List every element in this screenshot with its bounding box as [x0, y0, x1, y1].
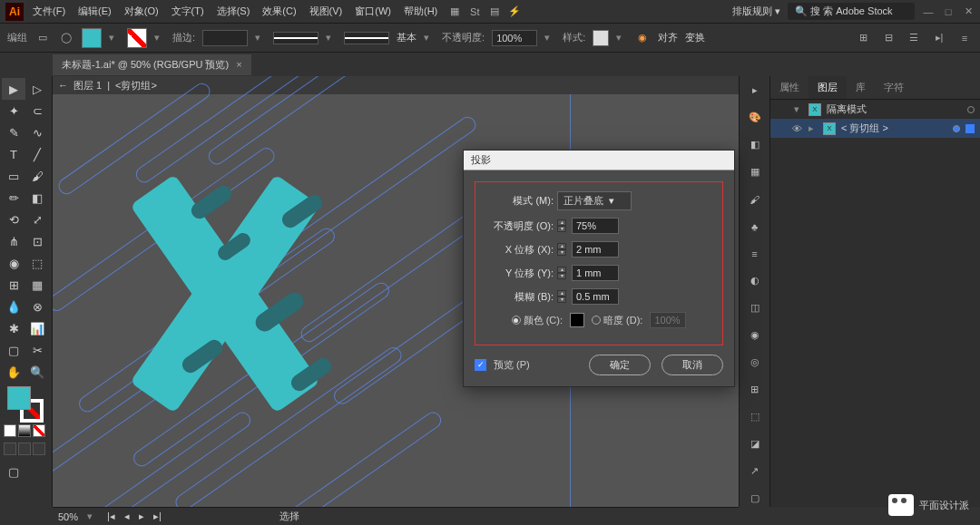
pen-tool[interactable]: ✎: [2, 122, 25, 143]
hand-tool[interactable]: ✋: [2, 361, 25, 383]
symbol-sprayer-tool[interactable]: ✱: [2, 317, 25, 339]
nav-next-icon[interactable]: ▸: [139, 510, 144, 522]
artwork[interactable]: [80, 76, 479, 475]
free-transform-tool[interactable]: ⊡: [25, 230, 49, 252]
stroke-swatch[interactable]: [127, 28, 147, 48]
menu-text[interactable]: 文字(T): [166, 2, 210, 21]
color-mode-gradient[interactable]: [18, 424, 31, 437]
menu-view[interactable]: 视图(V): [304, 2, 348, 21]
layer-row-clipgroup[interactable]: 👁 ▸ X < 剪切组 >: [770, 119, 980, 138]
eraser-tool[interactable]: ◧: [25, 187, 49, 209]
type-tool[interactable]: T: [2, 143, 25, 165]
blur-spinner[interactable]: ▴▾: [557, 290, 566, 303]
menu-window[interactable]: 窗口(W): [349, 2, 397, 21]
menu-file[interactable]: 文件(F): [27, 2, 71, 21]
fill-color[interactable]: [7, 386, 31, 410]
asset-export-icon[interactable]: ↗: [746, 462, 764, 480]
gradient-tool[interactable]: ▦: [25, 274, 49, 296]
selection-tool[interactable]: ▶: [2, 78, 25, 100]
tab-close-button[interactable]: ×: [236, 59, 241, 70]
pathfinder-panel-icon[interactable]: ◪: [746, 434, 764, 452]
nav-last-icon[interactable]: ▸|: [153, 510, 162, 522]
mode-select[interactable]: 正片叠底 ▾: [557, 191, 632, 210]
color-guide-icon[interactable]: ◧: [746, 136, 764, 154]
nav-first-icon[interactable]: |◂: [107, 510, 115, 522]
symbols-panel-icon[interactable]: ♣: [746, 218, 764, 236]
layer-name[interactable]: 隔离模式: [827, 102, 962, 116]
artboards-panel-icon[interactable]: ▢: [746, 489, 764, 507]
maximize-button[interactable]: □: [942, 5, 955, 18]
menu-object[interactable]: 对象(O): [119, 2, 164, 21]
zoom-tool[interactable]: 🔍: [25, 361, 49, 383]
menu-effect[interactable]: 效果(C): [257, 2, 301, 21]
menu-select[interactable]: 选择(S): [211, 2, 256, 21]
preview-checkbox[interactable]: ✓: [475, 359, 486, 371]
shadow-color-swatch[interactable]: [570, 313, 584, 327]
isolate-icon[interactable]: ⊞: [855, 30, 871, 46]
appearance-panel-icon[interactable]: ◉: [746, 326, 764, 344]
swatches-panel-icon[interactable]: ▦: [746, 163, 764, 181]
menu-edit[interactable]: 编辑(E): [73, 2, 117, 21]
close-button[interactable]: ✕: [962, 5, 975, 18]
direct-selection-tool[interactable]: ▷: [25, 78, 49, 100]
color-mode-none[interactable]: [33, 424, 45, 437]
draw-behind[interactable]: [18, 442, 31, 455]
rect-select-icon[interactable]: ▭: [34, 30, 51, 46]
artboard-tool[interactable]: ▢: [2, 339, 25, 361]
bridge-icon[interactable]: ▦: [446, 4, 463, 20]
stock-search[interactable]: 🔍 搜 索 Adobe Stock: [788, 3, 915, 20]
transform-label[interactable]: 变换: [685, 31, 705, 44]
gradient-panel-icon[interactable]: ◐: [746, 272, 764, 290]
layer-name[interactable]: < 剪切组 >: [841, 122, 947, 135]
recolor-icon[interactable]: ◉: [634, 30, 651, 46]
draw-normal[interactable]: [4, 442, 16, 455]
xoffset-spinner[interactable]: ▴▾: [557, 243, 566, 256]
layer-row-isolate[interactable]: ▾ X 隔离模式: [770, 100, 980, 119]
dialog-title[interactable]: 投影: [464, 151, 734, 170]
layout-rules[interactable]: 排版规则 ▾: [732, 5, 780, 18]
ellipse-select-icon[interactable]: ◯: [58, 30, 74, 46]
preview-label[interactable]: 预览 (P): [494, 358, 530, 372]
tab-properties[interactable]: 属性: [770, 76, 808, 99]
target-icon[interactable]: [967, 106, 975, 113]
blur-input[interactable]: [572, 288, 619, 305]
edit-isolate-icon[interactable]: ⊟: [880, 30, 897, 46]
tab-character[interactable]: 字符: [875, 76, 913, 99]
minimize-button[interactable]: —: [922, 5, 935, 18]
expand-toggle[interactable]: ▾: [794, 103, 803, 115]
panel-toggle-icon[interactable]: ▸|: [931, 30, 947, 46]
stroke-weight-input[interactable]: [202, 30, 248, 46]
cancel-button[interactable]: 取消: [662, 355, 723, 375]
transform-panel-icon[interactable]: ⬚: [746, 407, 764, 425]
darkness-radio[interactable]: 暗度 (D):: [592, 314, 642, 327]
rectangle-tool[interactable]: ▭: [2, 165, 25, 187]
stroke-style-preview[interactable]: [273, 32, 318, 44]
graph-tool[interactable]: 📊: [25, 317, 49, 339]
opacity-spinner[interactable]: ▴▾: [557, 219, 566, 232]
magic-wand-tool[interactable]: ✦: [2, 100, 25, 122]
zoom-level[interactable]: 50%: [58, 511, 78, 522]
screen-mode-button[interactable]: ▢: [2, 461, 25, 482]
tab-libraries[interactable]: 库: [847, 76, 875, 99]
perspective-tool[interactable]: ⬚: [25, 252, 49, 274]
shape-builder-tool[interactable]: ◉: [2, 252, 25, 274]
stock-icon[interactable]: St: [466, 4, 483, 20]
menu-help[interactable]: 帮助(H): [398, 2, 443, 21]
slice-tool[interactable]: ✂: [25, 339, 49, 361]
align-panel-icon[interactable]: ⊞: [746, 380, 764, 398]
ok-button[interactable]: 确定: [589, 355, 651, 375]
color-mode-solid[interactable]: [4, 424, 16, 437]
collapse-dock-icon[interactable]: ▸: [746, 82, 764, 100]
lasso-tool[interactable]: ⊂: [25, 100, 49, 122]
fill-stroke-control[interactable]: [7, 386, 44, 423]
line-tool[interactable]: ╱: [25, 143, 49, 165]
opacity-input[interactable]: [572, 218, 619, 234]
align-label[interactable]: 对齐: [658, 31, 678, 44]
arrange-icon[interactable]: ▤: [486, 4, 503, 20]
visibility-icon[interactable]: 👁: [790, 123, 803, 134]
rotate-tool[interactable]: ⟲: [2, 209, 25, 230]
width-tool[interactable]: ⋔: [2, 230, 25, 252]
stroke-panel-icon[interactable]: ≡: [746, 245, 764, 263]
tab-layers[interactable]: 图层: [808, 76, 847, 99]
mesh-tool[interactable]: ⊞: [2, 274, 25, 296]
